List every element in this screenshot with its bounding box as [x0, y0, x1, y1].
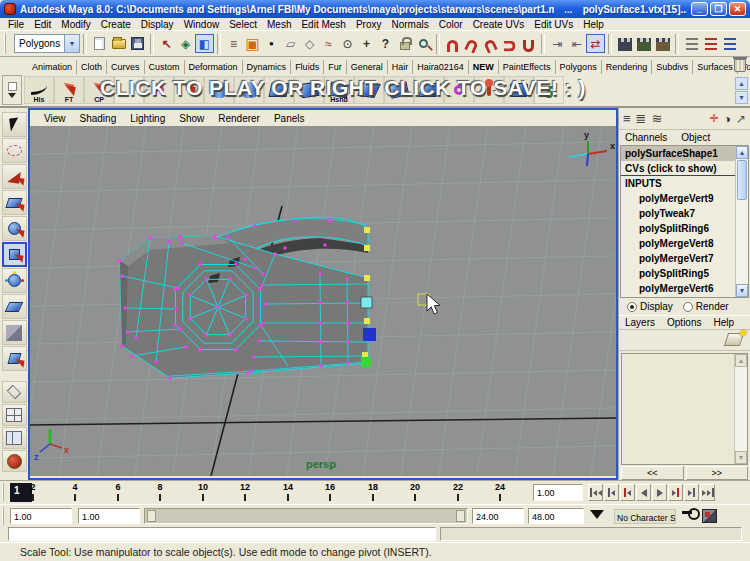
- shelf-item-history[interactable]: His: [24, 76, 54, 104]
- layer-list[interactable]: ▲ ▼: [621, 353, 748, 465]
- create-layer-icon[interactable]: [724, 333, 744, 346]
- range-start-grip[interactable]: [147, 510, 156, 522]
- toolbar-separator[interactable]: [150, 34, 154, 54]
- shelf-menu-button[interactable]: [2, 75, 22, 105]
- show-editor-blue-icon[interactable]: [720, 34, 739, 53]
- layer-scrollbar[interactable]: ▲ ▼: [734, 354, 747, 464]
- menu-set-dropdown[interactable]: Polygons ▼: [14, 34, 80, 53]
- panel-menu-panels[interactable]: Panels: [268, 113, 311, 124]
- layers-menu[interactable]: Layers: [625, 317, 655, 328]
- mask-misc-icon[interactable]: +: [357, 34, 376, 53]
- mask-pivot-icon[interactable]: ⊙: [338, 34, 357, 53]
- rotate-tool[interactable]: [2, 216, 27, 241]
- scroll-down-icon[interactable]: ▼: [735, 451, 747, 464]
- toolbar-separator[interactable]: [608, 34, 612, 54]
- channel-shape-node[interactable]: polySurfaceShape1: [621, 146, 748, 161]
- toolbar-separator[interactable]: [675, 34, 679, 54]
- save-scene-icon[interactable]: [128, 34, 147, 53]
- speed-fast-icon[interactable]: ≋: [652, 111, 663, 126]
- shelf-scroll-up-icon[interactable]: ▲: [735, 77, 748, 90]
- new-scene-icon[interactable]: [90, 34, 109, 53]
- command-line-input[interactable]: [8, 527, 436, 541]
- input-connection-icon[interactable]: ⇥: [548, 34, 567, 53]
- layout-persp-outliner-button[interactable]: [2, 427, 27, 449]
- help-menu[interactable]: Help: [713, 317, 734, 328]
- shelf-tab-custom[interactable]: Custom: [145, 60, 185, 74]
- menu-modify[interactable]: Modify: [56, 19, 95, 30]
- menu-normals[interactable]: Normals: [386, 19, 433, 30]
- pick-mask-help-icon[interactable]: ?: [376, 34, 395, 53]
- mask-face-icon[interactable]: ◇: [300, 34, 319, 53]
- channel-input-node[interactable]: polySplitRing5: [621, 266, 748, 281]
- character-set-field[interactable]: No Character Set: [614, 509, 676, 524]
- shelf-trash-icon[interactable]: [734, 59, 746, 72]
- time-slider[interactable]: 1 2 4 6 8 10 12 14 16 18 20 22 24 1.00: [0, 480, 750, 504]
- menu-color[interactable]: Color: [434, 19, 468, 30]
- step-back-frame-button[interactable]: [620, 484, 635, 501]
- character-set-dropdown-icon[interactable]: [590, 510, 604, 519]
- shelf-tab-fluids[interactable]: Fluids: [291, 60, 324, 74]
- scroll-up-icon[interactable]: ▲: [736, 146, 748, 159]
- select-object-icon[interactable]: ◈: [176, 34, 195, 53]
- step-forward-key-button[interactable]: [684, 484, 699, 501]
- shelf-tab-animation[interactable]: Animation: [28, 60, 77, 74]
- select-hierarchy-icon[interactable]: ↖: [157, 34, 176, 53]
- pick-arrow-icon[interactable]: ↗: [736, 112, 746, 126]
- menu-file[interactable]: File: [3, 19, 29, 30]
- toolbar-separator[interactable]: [436, 34, 440, 54]
- shelf-tab-haira02164[interactable]: Haira02164: [413, 60, 469, 74]
- current-time-field[interactable]: 1.00: [533, 484, 583, 501]
- speed-slow-icon[interactable]: ≡: [623, 111, 631, 126]
- panel-menu-shading[interactable]: Shading: [74, 113, 123, 124]
- paint-select-tool[interactable]: [2, 164, 27, 189]
- object-menu[interactable]: Object: [681, 132, 710, 143]
- render-radio[interactable]: Render: [683, 301, 729, 312]
- make-live-icon[interactable]: [519, 34, 538, 53]
- shelf-tab-general[interactable]: General: [347, 60, 388, 74]
- render-settings-icon[interactable]: [653, 34, 672, 53]
- play-backwards-button[interactable]: [636, 484, 651, 501]
- menu-edit[interactable]: Edit: [29, 19, 56, 30]
- panel-menu-view[interactable]: View: [38, 113, 72, 124]
- shelf-tab-polygons[interactable]: Polygons: [556, 60, 602, 74]
- lock-selection-icon[interactable]: [395, 34, 414, 53]
- channel-cvs-row[interactable]: CVs (click to show): [621, 161, 748, 176]
- mask-vertex-icon[interactable]: ▣: [243, 34, 262, 53]
- time-slider-handle[interactable]: [2, 483, 9, 501]
- shelf-tab-hair[interactable]: Hair: [388, 60, 414, 74]
- channel-input-node[interactable]: polySplitRing6: [621, 221, 748, 236]
- layout-hypershade-button[interactable]: [2, 450, 27, 472]
- construction-history-icon[interactable]: ⇄: [586, 34, 605, 53]
- shelf-tab-subdivs[interactable]: Subdivs: [652, 60, 693, 74]
- shelf-scroll-down-icon[interactable]: ▼: [735, 91, 748, 104]
- channels-menu[interactable]: Channels: [625, 132, 667, 143]
- scroll-up-icon[interactable]: ▲: [735, 354, 747, 367]
- select-tool[interactable]: [2, 112, 27, 137]
- mask-point-icon[interactable]: ●: [262, 34, 281, 53]
- range-end-grip[interactable]: [456, 510, 465, 522]
- open-scene-icon[interactable]: [109, 34, 128, 53]
- scale-tool[interactable]: [2, 242, 27, 267]
- contrast-icon[interactable]: ◑: [724, 112, 731, 126]
- menu-display[interactable]: Display: [136, 19, 179, 30]
- toolbar-collapse-handle[interactable]: [4, 33, 11, 54]
- soft-modification-tool[interactable]: [2, 294, 27, 319]
- shelf-tab-dynamics[interactable]: Dynamics: [243, 60, 292, 74]
- shelf-item-ft[interactable]: FT: [54, 76, 84, 104]
- scroll-thumb[interactable]: [737, 160, 747, 200]
- last-tool-used[interactable]: [2, 346, 27, 371]
- output-connection-icon[interactable]: ⇤: [567, 34, 586, 53]
- channel-scrollbar[interactable]: ▲ ▼: [735, 146, 748, 297]
- render-current-frame-icon[interactable]: [615, 34, 634, 53]
- channel-input-node[interactable]: polySplitRing4: [621, 296, 748, 298]
- universal-manipulator-tool[interactable]: [2, 268, 27, 293]
- snap-plane-icon[interactable]: [500, 34, 519, 53]
- shelf-tab-painteffects[interactable]: PaintEffects: [498, 60, 556, 74]
- go-to-end-button[interactable]: [700, 484, 715, 501]
- shelf-tab-deformation[interactable]: Deformation: [185, 60, 243, 74]
- playback-range-bar[interactable]: [144, 508, 468, 524]
- perspective-view-panel[interactable]: View Shading Lighting Show Renderer Pane…: [28, 108, 618, 480]
- snap-point-icon[interactable]: [481, 34, 500, 53]
- prev-layer-button[interactable]: <<: [621, 466, 684, 480]
- step-forward-frame-button[interactable]: [668, 484, 683, 501]
